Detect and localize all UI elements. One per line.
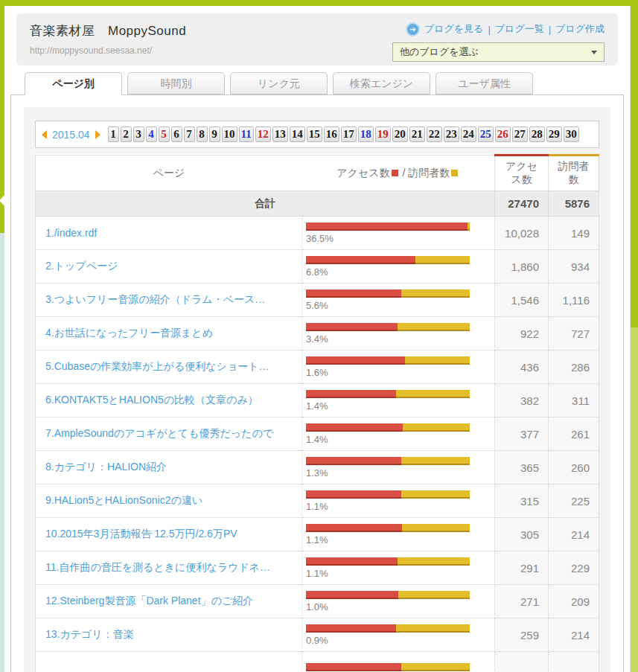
- day-button[interactable]: 7: [184, 127, 195, 142]
- day-button[interactable]: 16: [324, 127, 339, 142]
- access-value: 1,546: [495, 284, 549, 317]
- page-link[interactable]: 13.カテゴリ：音楽: [36, 618, 302, 652]
- next-month-arrow-icon[interactable]: [95, 130, 101, 139]
- day-button[interactable]: 23: [444, 127, 459, 142]
- day-button[interactable]: 4: [146, 127, 157, 142]
- day-button[interactable]: 13: [272, 127, 288, 142]
- day-button[interactable]: 25: [478, 127, 494, 142]
- access-visitors-bar-cell: 3.4%: [302, 317, 495, 351]
- access-percentage: 36.5%: [306, 233, 479, 244]
- access-percentage: 6.8%: [306, 266, 479, 278]
- visitors-value: 209: [549, 585, 599, 618]
- visitors-bar-segment: [401, 457, 470, 465]
- day-button[interactable]: 24: [461, 127, 476, 142]
- access-bar-segment: [306, 490, 401, 499]
- table-row: 13.カテゴリ：音楽 0.9% 259 214: [36, 618, 599, 652]
- page-link[interactable]: 4.お世話になったフリー音源まとめ: [36, 317, 302, 351]
- table-row: [36, 652, 599, 672]
- current-month: 2015.04: [52, 129, 90, 141]
- access-percentage: 1.1%: [306, 568, 479, 579]
- visitors-bar-segment: [396, 624, 470, 633]
- stacked-bar: [306, 591, 470, 599]
- arrow-circle-icon: ➔: [407, 24, 418, 35]
- day-buttons: 1 2 3 4 5 6 7 8 9 10 11 12 13 14 15 16 1…: [108, 127, 579, 142]
- visitors-value: 149: [549, 217, 599, 250]
- visitors-value: 934: [549, 250, 599, 284]
- access-percentage: 1.3%: [306, 467, 479, 479]
- blog-select-dropdown[interactable]: 他のブログを選ぶ: [392, 42, 604, 62]
- visitors-value: 727: [549, 317, 599, 351]
- day-button[interactable]: 2: [121, 127, 132, 142]
- access-percentage: 3.4%: [306, 333, 479, 345]
- day-button[interactable]: 12: [255, 127, 271, 142]
- day-button[interactable]: 5: [159, 127, 170, 142]
- day-button[interactable]: 10: [222, 127, 237, 142]
- day-button[interactable]: 22: [427, 127, 442, 142]
- prev-month-arrow-icon[interactable]: [42, 130, 47, 139]
- day-button[interactable]: 19: [375, 127, 391, 142]
- page-frame-right: [631, 6, 638, 672]
- page-link[interactable]: 9.HALion5とHALionSonic2の違い: [36, 484, 302, 518]
- table-row: 2.トップページ 6.8% 1,860 934: [36, 250, 599, 284]
- tab-search-engine[interactable]: 検索エンジン: [333, 72, 430, 95]
- blog-list-link[interactable]: ブログ一覧: [495, 22, 544, 36]
- day-button[interactable]: 17: [341, 127, 357, 142]
- visitors-value: 225: [549, 484, 599, 518]
- day-button[interactable]: 28: [529, 127, 545, 142]
- access-value: 377: [495, 417, 549, 451]
- day-button[interactable]: 27: [512, 127, 528, 142]
- day-button[interactable]: 1: [108, 127, 119, 142]
- tab-referrer[interactable]: リンク元: [230, 72, 328, 95]
- day-button[interactable]: 6: [171, 127, 182, 142]
- visitors-bar-segment: [401, 289, 470, 298]
- page-link[interactable]: 2.トップページ: [36, 250, 302, 284]
- day-button[interactable]: 15: [307, 127, 322, 142]
- table-row: 11.自作曲の音圧を測るときに便利なラウドネ… 1.1% 291 229: [36, 551, 599, 585]
- page-link[interactable]: 6.KONTAKT5とHALION5の比較（文章のみ）: [36, 384, 302, 417]
- page-link[interactable]: [36, 652, 302, 672]
- tab-by-page[interactable]: ページ別: [25, 72, 122, 95]
- tab-user-attributes[interactable]: ユーザ属性: [436, 72, 533, 95]
- visitors-bar-segment: [415, 256, 470, 264]
- access-value: 305: [495, 518, 549, 551]
- day-button[interactable]: 26: [495, 127, 511, 142]
- page-link[interactable]: 8.カテゴリ：HALION紹介: [36, 451, 302, 484]
- visitors-bar-segment: [405, 356, 470, 365]
- day-button[interactable]: 30: [564, 127, 579, 142]
- visitors-value: 286: [549, 351, 599, 384]
- day-button[interactable]: 9: [209, 127, 220, 142]
- header-actions: ➔ ブログを見る | ブログ一覧 | ブログ作成 他のブログを選ぶ: [392, 22, 604, 57]
- access-visitors-bar-cell: 5.6%: [302, 284, 495, 317]
- page-link[interactable]: 7.AmpleSoundのアコギがとても優秀だったので: [36, 417, 302, 451]
- day-button[interactable]: 29: [546, 127, 562, 142]
- access-value: [495, 652, 549, 672]
- page-link[interactable]: 11.自作曲の音圧を測るときに便利なラウドネ…: [36, 551, 302, 585]
- stacked-bar: [306, 390, 470, 398]
- day-button[interactable]: 8: [197, 127, 208, 142]
- view-blog-link[interactable]: ブログを見る: [424, 22, 484, 36]
- access-bar-segment: [306, 223, 468, 231]
- visitors-value: 260: [549, 451, 599, 484]
- access-visitors-bar-cell: 0.9%: [302, 618, 495, 652]
- day-button[interactable]: 20: [392, 127, 408, 142]
- page-link[interactable]: 10.2015年3月活動報告 12.5万円/2.6万PV: [36, 518, 302, 551]
- access-percentage: 1.4%: [306, 434, 479, 445]
- tab-by-hour[interactable]: 時間別: [127, 72, 225, 95]
- create-blog-link[interactable]: ブログ作成: [555, 22, 604, 36]
- table-header-row: ページ アクセス数 / 訪問者数 アクセス数 訪問者数: [36, 156, 599, 191]
- access-bar-segment: [306, 356, 405, 365]
- day-button[interactable]: 21: [409, 127, 425, 142]
- column-header-visitor-count: 訪問者数: [549, 156, 599, 191]
- total-visitors-value: 5876: [549, 191, 599, 217]
- page-link[interactable]: 1./index.rdf: [36, 217, 302, 250]
- day-button[interactable]: 14: [290, 127, 305, 142]
- visitors-bar-segment: [401, 490, 470, 499]
- report-tabs: ページ別 時間別 リンク元 検索エンジン ユーザ属性: [4, 72, 630, 95]
- column-header-bar: アクセス数 / 訪問者数: [302, 156, 495, 191]
- day-button[interactable]: 11: [239, 127, 254, 142]
- day-button[interactable]: 18: [358, 127, 374, 142]
- page-link[interactable]: 3.つよいフリー音源の紹介（ドラム・ベース…: [36, 284, 302, 317]
- day-button[interactable]: 3: [133, 127, 144, 142]
- page-link[interactable]: 5.Cubaseの作業効率が上がる便利なショート…: [36, 351, 302, 384]
- page-link[interactable]: 12.Steinberg製音源「Dark Planet」のご紹介: [36, 585, 302, 618]
